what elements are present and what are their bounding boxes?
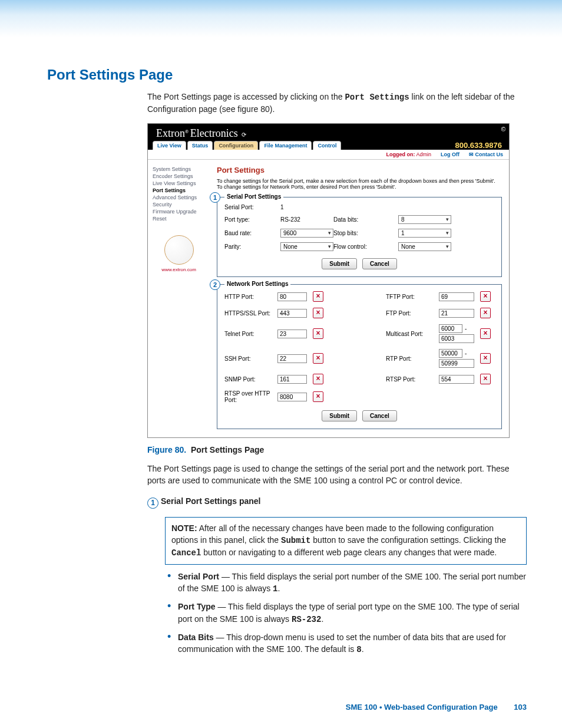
note-t2: button to save the configuration setting… xyxy=(313,535,506,545)
network-submit-button[interactable]: Submit xyxy=(322,410,357,421)
support-phone: 800.633.9876 xyxy=(455,141,504,150)
multicast-port-clear[interactable]: × xyxy=(480,328,491,339)
snmp-port-input[interactable]: 161 xyxy=(277,375,307,384)
http-port-clear[interactable]: × xyxy=(313,291,323,302)
network-cancel-button[interactable]: Cancel xyxy=(362,410,397,421)
definitions-list: Serial Port — This field displays the se… xyxy=(165,571,527,656)
tftp-port-clear[interactable]: × xyxy=(480,291,491,302)
tab-file-management[interactable]: File Management xyxy=(259,141,312,150)
serial-submit-button[interactable]: Submit xyxy=(322,258,357,269)
port-type-label: Port type: xyxy=(224,216,280,223)
sidebar-logo: www.extron.com xyxy=(153,235,205,272)
section-1-heading: 1 Serial Port Settings panel xyxy=(147,496,527,509)
rtp-port-hi-input[interactable]: 50999 xyxy=(439,359,474,368)
tab-bar: Live View Status Configuration File Mana… xyxy=(148,141,509,150)
rtsp-port-input[interactable]: 554 xyxy=(439,375,474,384)
usage-paragraph: The Port Settings page is used to change… xyxy=(147,463,527,487)
serial-cancel-button[interactable]: Cancel xyxy=(362,258,397,269)
note-label: NOTE: xyxy=(171,523,197,533)
def-sp-b1: — This field displays the serial port nu… xyxy=(178,572,526,593)
telnet-port-clear[interactable]: × xyxy=(313,328,323,339)
logo-url[interactable]: www.extron.com xyxy=(153,267,205,272)
app-header: Extron® Electronics ⟳ © xyxy=(148,124,509,141)
content-description: To change settings for the Serial port, … xyxy=(217,178,502,190)
rtsp-port-label: RTSP Port: xyxy=(386,376,433,383)
tftp-port-label: TFTP Port: xyxy=(386,294,433,300)
def-sp-b2: . xyxy=(277,584,280,593)
rtp-port-lo-input[interactable]: 50000 xyxy=(439,349,462,358)
parity-select[interactable]: None xyxy=(280,242,333,251)
content-heading: Port Settings xyxy=(217,166,502,174)
data-bits-label: Data bits: xyxy=(333,216,398,223)
main-content: Port Settings To change settings for the… xyxy=(210,160,509,437)
flow-control-label: Flow control: xyxy=(333,243,398,250)
rtsp-over-http-port-clear[interactable]: × xyxy=(313,391,323,402)
contact-us-link[interactable]: ✉ Contact Us xyxy=(469,151,503,157)
serial-port-settings-panel: 1 Serial Port Settings Serial Port: 1 Po… xyxy=(217,197,502,277)
stop-bits-label: Stop bits: xyxy=(333,230,398,236)
brand-r: ® xyxy=(185,129,189,134)
port-type-value: RS-232 xyxy=(280,216,333,223)
sidebar-item-system-settings[interactable]: System Settings xyxy=(153,166,205,173)
tab-configuration[interactable]: Configuration xyxy=(214,141,258,150)
footer-text: SME 100 • Web-based Configuration Page xyxy=(346,703,498,711)
config-sidebar: System Settings Encoder Settings Live Vi… xyxy=(148,160,210,437)
sidebar-item-reset[interactable]: Reset xyxy=(153,215,205,222)
def-data-bits: Data Bits — This drop-down menu is used … xyxy=(178,631,527,656)
flow-control-select[interactable]: None xyxy=(398,242,451,251)
https-port-input[interactable]: 443 xyxy=(277,309,307,318)
callout-2: 2 xyxy=(210,279,220,290)
telnet-port-input[interactable]: 23 xyxy=(277,330,307,338)
sidebar-item-security[interactable]: Security xyxy=(153,201,205,208)
multicast-port-hi-input[interactable]: 6003 xyxy=(439,334,474,343)
ssh-port-input[interactable]: 22 xyxy=(277,354,307,363)
sidebar-item-firmware-upgrade[interactable]: Firmware Upgrade xyxy=(153,208,205,215)
def-db-title: Data Bits xyxy=(178,633,214,642)
rtsp-port-clear[interactable]: × xyxy=(480,374,491,384)
def-sp-title: Serial Port xyxy=(178,572,219,581)
rtsp-over-http-port-input[interactable]: 8080 xyxy=(277,393,307,401)
data-bits-select[interactable]: 8 xyxy=(398,215,451,224)
parity-label: Parity: xyxy=(224,243,280,250)
telnet-port-label: Telnet Port: xyxy=(224,331,272,337)
baud-rate-select[interactable]: 9600 xyxy=(280,229,333,238)
sidebar-item-port-settings[interactable]: Port Settings xyxy=(153,187,205,194)
ftp-port-input[interactable]: 21 xyxy=(439,309,474,318)
top-gradient xyxy=(0,0,562,37)
snmp-port-clear[interactable]: × xyxy=(313,374,323,384)
def-db-b1: — This drop-down menu is used to set the… xyxy=(178,633,506,654)
figure-label: Figure 80. xyxy=(147,445,186,454)
logo-icon xyxy=(164,235,194,265)
intro-link-text: Port Settings xyxy=(345,93,409,102)
http-port-input[interactable]: 80 xyxy=(277,292,307,301)
multicast-port-lo-input[interactable]: 6000 xyxy=(439,324,462,333)
intro-paragraph: The Port Settings page is accessed by cl… xyxy=(147,91,527,115)
page-footer: SME 100 • Web-based Configuration Page 1… xyxy=(346,703,527,711)
def-pt-v: RS-232 xyxy=(292,615,321,624)
ssh-port-label: SSH Port: xyxy=(224,355,272,362)
tftp-port-input[interactable]: 69 xyxy=(439,292,474,301)
tab-live-view[interactable]: Live View xyxy=(153,141,186,150)
rtp-port-clear[interactable]: × xyxy=(480,353,491,364)
note-t3: button or navigating to a different web … xyxy=(203,548,497,557)
contact-us-text: Contact Us xyxy=(475,151,503,157)
figure-caption: Figure 80. Port Settings Page xyxy=(147,445,527,454)
ssh-port-clear[interactable]: × xyxy=(313,353,323,364)
multicast-port-label: Multicast Port: xyxy=(386,331,433,337)
http-port-label: HTTP Port: xyxy=(224,294,272,300)
baud-rate-label: Baud rate: xyxy=(224,230,280,236)
sidebar-item-advanced-settings[interactable]: Advanced Settings xyxy=(153,194,205,201)
logoff-link[interactable]: Log Off xyxy=(441,151,459,157)
info-bar: Logged on: Admin Log Off ✉ Contact Us xyxy=(148,150,509,160)
tab-control[interactable]: Control xyxy=(313,141,341,150)
https-port-clear[interactable]: × xyxy=(313,308,323,318)
sidebar-item-encoder-settings[interactable]: Encoder Settings xyxy=(153,173,205,180)
stop-bits-select[interactable]: 1 xyxy=(398,229,451,238)
note-cancel: Cancel xyxy=(171,548,201,558)
ftp-port-clear[interactable]: × xyxy=(480,308,491,318)
def-pt-b2: . xyxy=(321,614,323,624)
tab-status[interactable]: Status xyxy=(187,141,213,150)
sidebar-item-live-view-settings[interactable]: Live View Settings xyxy=(153,180,205,187)
rtp-port-label: RTP Port: xyxy=(386,355,433,362)
serial-panel-legend: Serial Port Settings xyxy=(224,193,283,200)
